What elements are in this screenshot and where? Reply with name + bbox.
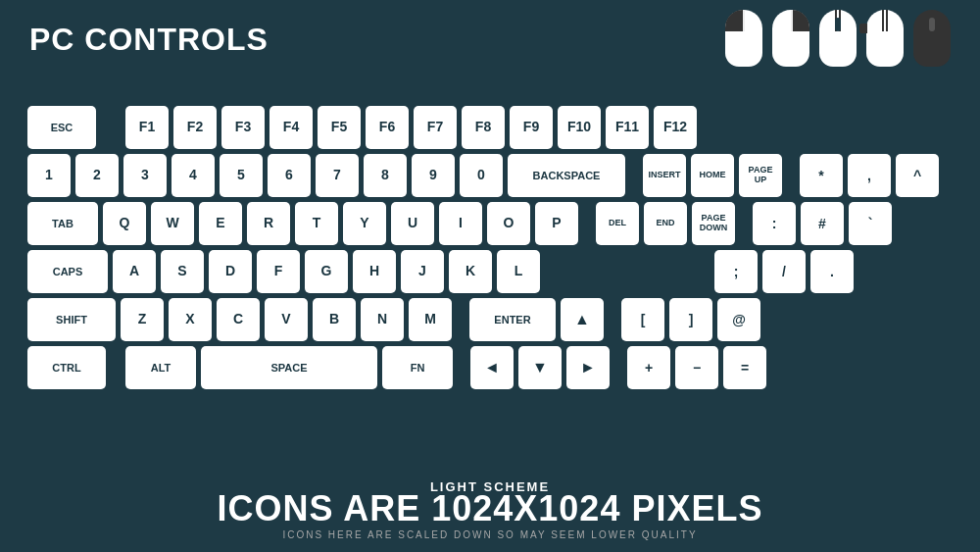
key-m[interactable]: M xyxy=(409,298,452,341)
key-g[interactable]: G xyxy=(305,250,348,293)
key-equals[interactable]: = xyxy=(723,346,766,389)
key-b[interactable]: B xyxy=(313,298,356,341)
key-delete[interactable]: DEL xyxy=(596,202,639,245)
key-esc[interactable]: ESC xyxy=(27,106,96,149)
key-at[interactable]: @ xyxy=(717,298,760,341)
key-row-zxcv: SHIFT Z X C V B N M ENTER ▲ [ ] @ xyxy=(27,298,949,341)
footer-area: ICONS ARE 1024X1024 PIXELS ICONS HERE AR… xyxy=(0,488,980,540)
key-f[interactable]: F xyxy=(257,250,300,293)
mouse-middle xyxy=(819,10,857,67)
key-f8[interactable]: F8 xyxy=(462,106,505,149)
key-caps[interactable]: CAPS xyxy=(27,250,108,293)
key-backspace[interactable]: BACKSPACE xyxy=(508,154,625,197)
key-n[interactable]: N xyxy=(361,298,404,341)
key-period[interactable]: . xyxy=(810,250,854,293)
key-f12[interactable]: F12 xyxy=(654,106,697,149)
key-row-function: ESC F1 F2 F3 F4 F5 F6 F7 F8 F9 F10 F11 F… xyxy=(27,106,949,149)
key-f11[interactable]: F11 xyxy=(606,106,649,149)
key-f1[interactable]: F1 xyxy=(125,106,169,149)
key-q[interactable]: Q xyxy=(103,202,146,245)
key-enter[interactable]: ENTER xyxy=(469,298,556,341)
key-u[interactable]: U xyxy=(391,202,434,245)
mouse-side xyxy=(866,10,904,67)
page-title: PC CONTROLS xyxy=(29,22,269,58)
key-j[interactable]: J xyxy=(401,250,444,293)
key-bracket-left[interactable]: [ xyxy=(621,298,664,341)
key-9[interactable]: 9 xyxy=(412,154,455,197)
key-asterisk[interactable]: * xyxy=(800,154,843,197)
key-comma[interactable]: , xyxy=(848,154,891,197)
key-f5[interactable]: F5 xyxy=(318,106,361,149)
key-f10[interactable]: F10 xyxy=(558,106,601,149)
key-backtick[interactable]: ` xyxy=(849,202,892,245)
key-1[interactable]: 1 xyxy=(27,154,71,197)
key-alt[interactable]: ALT xyxy=(125,346,196,389)
key-row-numbers: 1 2 3 4 5 6 7 8 9 0 BACKSPACE INSERT HOM… xyxy=(27,154,949,197)
key-f7[interactable]: F7 xyxy=(414,106,457,149)
key-e[interactable]: E xyxy=(199,202,242,245)
key-l[interactable]: L xyxy=(497,250,540,293)
key-k[interactable]: K xyxy=(449,250,492,293)
key-end[interactable]: END xyxy=(644,202,687,245)
key-arrow-down[interactable]: ▼ xyxy=(518,346,562,389)
key-f9[interactable]: F9 xyxy=(510,106,553,149)
key-2[interactable]: 2 xyxy=(75,154,119,197)
key-a[interactable]: A xyxy=(113,250,156,293)
key-minus[interactable]: − xyxy=(675,346,718,389)
key-f4[interactable]: F4 xyxy=(270,106,313,149)
key-semicolon[interactable]: ; xyxy=(714,250,758,293)
key-t[interactable]: T xyxy=(295,202,338,245)
key-s[interactable]: S xyxy=(161,250,204,293)
key-arrow-right[interactable]: ► xyxy=(566,346,610,389)
key-h[interactable]: H xyxy=(353,250,396,293)
key-o[interactable]: O xyxy=(487,202,530,245)
key-home[interactable]: HOME xyxy=(691,154,734,197)
key-p[interactable]: P xyxy=(535,202,578,245)
key-bracket-right[interactable]: ] xyxy=(669,298,712,341)
key-6[interactable]: 6 xyxy=(268,154,311,197)
key-i[interactable]: I xyxy=(439,202,482,245)
key-tab[interactable]: TAB xyxy=(27,202,98,245)
key-colon[interactable]: : xyxy=(753,202,796,245)
key-arrow-left[interactable]: ◄ xyxy=(470,346,514,389)
key-arrow-up[interactable]: ▲ xyxy=(561,298,604,341)
key-space[interactable]: SPACE xyxy=(201,346,377,389)
key-pagedown[interactable]: PAGEDOWN xyxy=(692,202,735,245)
key-pageup[interactable]: PAGEUP xyxy=(739,154,782,197)
key-x[interactable]: X xyxy=(169,298,212,341)
key-4[interactable]: 4 xyxy=(172,154,215,197)
key-v[interactable]: V xyxy=(265,298,308,341)
key-caret[interactable]: ^ xyxy=(896,154,939,197)
key-row-qwerty: TAB Q W E R T Y U I O P DEL END PAGEDOWN… xyxy=(27,202,949,245)
key-r[interactable]: R xyxy=(247,202,290,245)
mouse-right xyxy=(772,10,809,67)
key-8[interactable]: 8 xyxy=(364,154,407,197)
key-7[interactable]: 7 xyxy=(316,154,359,197)
mouse-left xyxy=(725,10,762,67)
key-f6[interactable]: F6 xyxy=(366,106,409,149)
key-3[interactable]: 3 xyxy=(123,154,167,197)
key-w[interactable]: W xyxy=(151,202,194,245)
key-c[interactable]: C xyxy=(217,298,260,341)
mice-area xyxy=(725,10,951,67)
key-f3[interactable]: F3 xyxy=(221,106,265,149)
key-ctrl[interactable]: CTRL xyxy=(27,346,106,389)
keyboard-layout: ESC F1 F2 F3 F4 F5 F6 F7 F8 F9 F10 F11 F… xyxy=(27,106,949,394)
mouse-full xyxy=(913,10,951,67)
key-5[interactable]: 5 xyxy=(220,154,263,197)
key-f2[interactable]: F2 xyxy=(173,106,217,149)
key-z[interactable]: Z xyxy=(121,298,164,341)
key-row-asdf: CAPS A S D F G H J K L ; / . xyxy=(27,250,949,293)
key-row-bottom: CTRL ALT SPACE FN ◄ ▼ ► + − = xyxy=(27,346,949,389)
key-0[interactable]: 0 xyxy=(460,154,503,197)
key-fn[interactable]: FN xyxy=(382,346,453,389)
key-hash[interactable]: # xyxy=(801,202,844,245)
key-insert[interactable]: INSERT xyxy=(643,154,686,197)
key-y[interactable]: Y xyxy=(343,202,386,245)
key-shift[interactable]: SHIFT xyxy=(27,298,116,341)
key-slash[interactable]: / xyxy=(762,250,806,293)
key-plus[interactable]: + xyxy=(627,346,670,389)
key-d[interactable]: D xyxy=(209,250,252,293)
